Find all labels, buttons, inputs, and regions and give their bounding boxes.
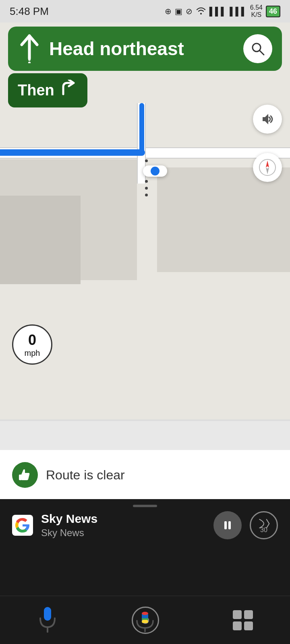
svg-rect-17 bbox=[142, 618, 148, 620]
route-inner: Route is clear bbox=[0, 450, 290, 506]
then-banner: Then bbox=[8, 73, 87, 107]
nav-direction-text: Head northeast bbox=[49, 38, 243, 60]
mic-icon bbox=[37, 606, 58, 634]
media-controls: 30 bbox=[213, 511, 278, 539]
svg-rect-7 bbox=[19, 475, 22, 480]
svg-point-1 bbox=[28, 62, 31, 63]
skip-button[interactable]: 30 bbox=[250, 511, 278, 539]
mic-button[interactable] bbox=[37, 606, 58, 634]
then-turn-icon bbox=[60, 80, 78, 101]
map-block-2 bbox=[0, 196, 81, 284]
thumbs-up-icon bbox=[12, 462, 38, 488]
route-clear-row: Route is clear bbox=[12, 462, 278, 488]
status-icons: ⊕ ▣ ⊘ ▌▌▌ ▌▌▌ 6.54K/S 46 bbox=[165, 4, 280, 18]
location-dot bbox=[151, 167, 160, 175]
svg-rect-18 bbox=[142, 620, 148, 623]
speed-unit: mph bbox=[25, 349, 40, 358]
nav-arrow-up bbox=[18, 34, 41, 63]
then-label: Then bbox=[18, 82, 54, 99]
svg-marker-5 bbox=[266, 161, 269, 167]
direction-arrow-icon bbox=[18, 34, 41, 63]
location-marker bbox=[143, 165, 167, 177]
google-mic-icon bbox=[134, 610, 156, 633]
thumbsup-svg bbox=[17, 467, 33, 483]
signal-icon: ▌▌▌ bbox=[209, 7, 227, 16]
map-route-vertical bbox=[139, 103, 144, 155]
media-subtitle: Sky News bbox=[41, 527, 213, 539]
compass-icon bbox=[258, 158, 277, 177]
apps-grid-icon bbox=[233, 610, 253, 630]
svg-rect-9 bbox=[224, 521, 227, 529]
svg-rect-10 bbox=[228, 521, 231, 529]
svg-point-0 bbox=[28, 58, 31, 61]
search-icon bbox=[251, 41, 265, 56]
battery-indicator: 46 bbox=[266, 6, 280, 17]
media-bar: Sky News Sky News 30 bbox=[0, 499, 290, 596]
wifi-icon bbox=[196, 6, 206, 17]
google-logo bbox=[12, 515, 33, 536]
pull-handle[interactable] bbox=[133, 505, 157, 507]
svg-rect-15 bbox=[142, 612, 148, 615]
svg-rect-16 bbox=[142, 615, 148, 618]
speed-value: 0 bbox=[28, 332, 36, 349]
pause-icon bbox=[222, 519, 234, 531]
media-info: Sky News Sky News bbox=[41, 512, 213, 539]
map-block-3 bbox=[157, 167, 290, 272]
speed-indicator: 0 mph bbox=[12, 324, 52, 365]
nav-header: Head northeast bbox=[8, 27, 282, 71]
map-route-horizontal bbox=[0, 149, 145, 156]
svg-line-3 bbox=[260, 51, 264, 55]
vibrate-icon: ▣ bbox=[175, 6, 182, 16]
dnd-icon: ⊘ bbox=[186, 6, 193, 16]
bottom-nav-bar bbox=[0, 596, 290, 644]
svg-marker-6 bbox=[266, 167, 269, 174]
status-time: 5:48 PM bbox=[10, 5, 49, 18]
location-icon: ⊕ bbox=[165, 6, 172, 16]
skip-number: 30 bbox=[260, 527, 267, 533]
sound-icon bbox=[260, 112, 275, 126]
compass-button[interactable] bbox=[253, 153, 282, 182]
google-g-icon bbox=[12, 515, 33, 536]
signal2-icon: ▌▌▌ bbox=[230, 7, 247, 16]
apps-button[interactable] bbox=[233, 610, 253, 630]
map-bottom-border bbox=[0, 419, 290, 421]
media-title: Sky News bbox=[41, 512, 213, 526]
search-button[interactable] bbox=[243, 34, 272, 63]
route-clear-text: Route is clear bbox=[46, 468, 125, 483]
svg-rect-11 bbox=[44, 607, 51, 621]
pause-button[interactable] bbox=[213, 511, 242, 539]
map-dot-trail bbox=[145, 159, 148, 196]
status-bar: 5:48 PM ⊕ ▣ ⊘ ▌▌▌ ▌▌▌ 6.54K/S 46 bbox=[0, 0, 290, 23]
sound-button[interactable] bbox=[253, 105, 282, 134]
network-speed: 6.54K/S bbox=[250, 4, 263, 18]
